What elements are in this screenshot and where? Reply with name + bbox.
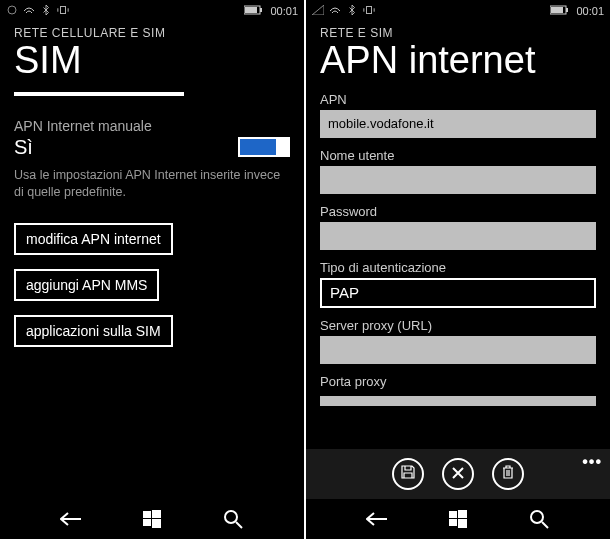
svg-rect-19 [551, 7, 563, 13]
delete-button[interactable] [492, 458, 524, 490]
screen-sim-settings: 00:01 RETE CELLULARE E SIM SIM APN Inter… [0, 0, 304, 539]
vibrate-icon [57, 5, 69, 17]
page-title: SIM [14, 40, 290, 82]
clock: 00:01 [576, 5, 604, 17]
search-icon[interactable] [220, 506, 246, 532]
bluetooth-icon [40, 5, 52, 17]
signal-icon [6, 5, 18, 17]
svg-point-24 [531, 511, 543, 523]
windows-icon[interactable] [139, 506, 165, 532]
username-input[interactable] [320, 166, 596, 194]
proxy-url-label: Server proxy (URL) [320, 318, 596, 333]
apn-label: APN [320, 92, 596, 107]
clock: 00:01 [270, 5, 298, 17]
auth-type-select[interactable]: PAP [320, 278, 596, 308]
nav-bar [306, 499, 610, 539]
page-title: APN internet [320, 40, 596, 82]
divider [14, 92, 184, 96]
screen-apn-internet: 00:01 RETE E SIM APN internet APN Nome u… [306, 0, 610, 539]
svg-line-12 [236, 522, 242, 528]
proxy-url-input[interactable] [320, 336, 596, 364]
breadcrumb: RETE E SIM [320, 26, 596, 40]
svg-rect-23 [458, 519, 467, 528]
auth-type-label: Tipo di autenticazione [320, 260, 596, 275]
app-bar: ••• [306, 449, 610, 499]
vibrate-icon [363, 5, 375, 17]
save-button[interactable] [392, 458, 424, 490]
modify-apn-button[interactable]: modifica APN internet [14, 223, 173, 255]
breadcrumb: RETE CELLULARE E SIM [14, 26, 290, 40]
proxy-port-input[interactable] [320, 396, 596, 406]
battery-icon [550, 5, 570, 17]
svg-point-0 [8, 6, 16, 14]
manual-apn-value: Sì [14, 136, 33, 159]
bluetooth-icon [346, 5, 358, 17]
battery-icon [244, 5, 264, 17]
svg-line-25 [542, 522, 548, 528]
save-icon [401, 465, 415, 483]
apn-input[interactable] [320, 110, 596, 138]
manual-apn-description: Usa le impostazioni APN Internet inserit… [14, 167, 290, 201]
manual-apn-label: APN Internet manuale [14, 118, 290, 134]
svg-rect-21 [458, 510, 467, 518]
wifi-icon [23, 5, 35, 17]
signal-icon [312, 5, 324, 17]
search-icon[interactable] [526, 506, 552, 532]
password-label: Password [320, 204, 596, 219]
username-label: Nome utente [320, 148, 596, 163]
svg-marker-13 [312, 5, 324, 15]
nav-bar [0, 499, 304, 539]
manual-apn-toggle[interactable] [238, 137, 290, 157]
svg-point-11 [225, 511, 237, 523]
windows-icon[interactable] [445, 506, 471, 532]
back-icon[interactable] [364, 506, 390, 532]
back-icon[interactable] [58, 506, 84, 532]
trash-icon [502, 465, 514, 483]
svg-rect-7 [143, 511, 151, 518]
svg-rect-1 [60, 7, 65, 14]
status-bar: 00:01 [306, 0, 610, 22]
close-icon [452, 465, 464, 483]
svg-rect-9 [143, 519, 151, 526]
svg-rect-5 [260, 8, 262, 12]
sim-apps-button[interactable]: applicazioni sulla SIM [14, 315, 173, 347]
svg-rect-18 [566, 8, 568, 12]
svg-rect-10 [152, 519, 161, 528]
proxy-port-label: Porta proxy [320, 374, 596, 389]
svg-rect-22 [449, 519, 457, 526]
svg-rect-20 [449, 511, 457, 518]
more-button[interactable]: ••• [582, 453, 602, 471]
password-input[interactable] [320, 222, 596, 250]
svg-rect-6 [245, 7, 257, 13]
add-mms-apn-button[interactable]: aggiungi APN MMS [14, 269, 159, 301]
svg-rect-14 [366, 7, 371, 14]
wifi-icon [329, 5, 341, 17]
status-bar: 00:01 [0, 0, 304, 22]
cancel-button[interactable] [442, 458, 474, 490]
auth-type-value: PAP [330, 284, 359, 301]
svg-rect-8 [152, 510, 161, 518]
